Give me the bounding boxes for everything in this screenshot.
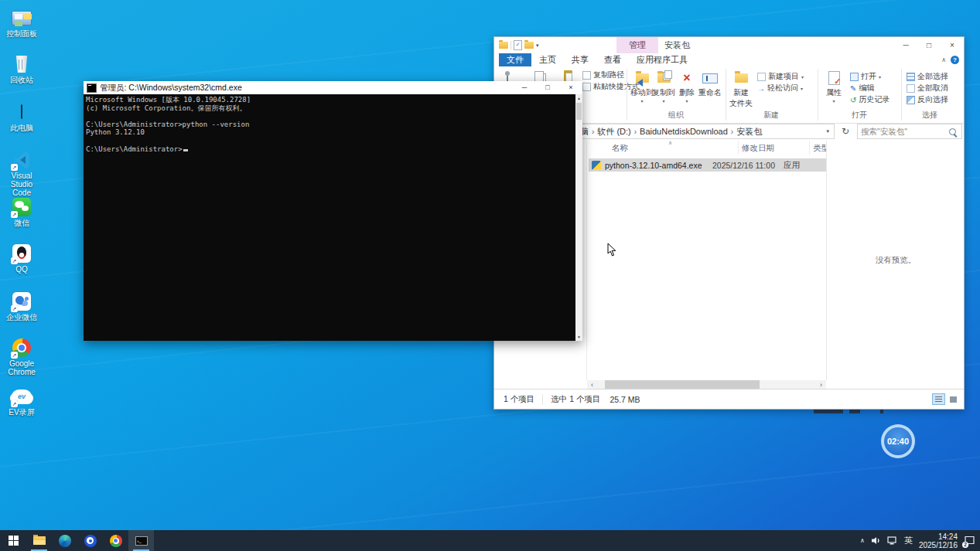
desktop-icon-chrome[interactable]: ↗ Google Chrome <box>1 338 43 376</box>
new-item-button[interactable]: 新建项目 ▾ <box>757 71 804 82</box>
tab-app-tools[interactable]: 应用程序工具 <box>629 53 695 66</box>
hidden-icons-chevron-icon[interactable]: ∧ <box>860 537 865 544</box>
copy-path-button[interactable]: 复制路径 <box>582 70 624 80</box>
recording-timer-widget[interactable]: 02:40 <box>881 424 915 458</box>
select-none-icon <box>907 84 915 93</box>
easy-access-button[interactable]: → 轻松访问 ▾ <box>757 83 803 94</box>
preview-divider[interactable] <box>826 141 827 380</box>
new-folder-icon[interactable] <box>524 42 534 49</box>
scroll-down-icon[interactable]: ▼ <box>575 333 582 341</box>
refresh-button[interactable]: ↻ <box>838 124 853 139</box>
taskbar-clock[interactable]: 14:24 2025/12/16 <box>919 532 958 549</box>
copy-icon[interactable] <box>534 71 544 82</box>
paste-icon[interactable] <box>564 70 572 81</box>
desktop-icon-label: Google Chrome <box>1 359 43 376</box>
edit-icon: ✎ <box>850 84 856 93</box>
desktop-icon-label: EV录屏 <box>1 408 43 417</box>
contextual-tab-group-label: 管理 <box>616 37 658 53</box>
cmd-titlebar[interactable]: 管理员: C:\Windows\system32\cmd.exe ─ □ × <box>84 81 582 94</box>
desktop-icon-wecom[interactable]: ↗ 企业微信 <box>1 291 43 321</box>
breadcrumb[interactable]: 脑 › 软件 (D:) › BaiduNetdiskDownload › 安装包… <box>577 124 835 139</box>
copy-to-button[interactable]: 复制到 ▾ <box>650 69 677 104</box>
file-row-selected[interactable]: python-3.12.10-amd64.exe 2025/12/16 11:0… <box>589 158 826 172</box>
tab-view[interactable]: 查看 <box>596 53 629 66</box>
properties-button[interactable]: 属性 ▾ <box>821 69 847 104</box>
maximize-button[interactable]: □ <box>917 37 941 53</box>
vertical-scrollbar[interactable]: ▲ ▼ <box>575 94 582 341</box>
column-header-type[interactable]: 类型 <box>810 141 826 155</box>
desktop-icon-label: 微信 <box>1 219 43 227</box>
scroll-up-icon[interactable]: ▲ <box>575 94 582 102</box>
tab-home[interactable]: 主页 <box>531 53 564 66</box>
speaker-icon[interactable] <box>871 536 881 545</box>
large-icons-view-button[interactable] <box>947 393 960 405</box>
invert-selection-button[interactable]: 反向选择 <box>907 94 948 105</box>
maximize-button[interactable]: □ <box>536 81 559 94</box>
breadcrumb-current[interactable]: 安装包 <box>734 126 764 138</box>
tab-share[interactable]: 共享 <box>564 53 596 66</box>
tab-file[interactable]: 文件 <box>499 53 531 66</box>
scroll-right-icon[interactable]: › <box>816 381 826 389</box>
desktop-icon-ev-capture[interactable]: ev ↗ EV录屏 <box>1 386 43 417</box>
search-box[interactable] <box>857 124 962 139</box>
edit-button[interactable]: ✎ 编辑 <box>850 83 874 94</box>
collapse-ribbon-icon[interactable]: ∧ <box>941 56 946 63</box>
open-icon <box>850 73 859 81</box>
shortcut-arrow-icon: ↗ <box>11 352 18 359</box>
action-center-button[interactable]: 2 <box>964 536 975 546</box>
address-dropdown-icon[interactable]: ▾ <box>821 128 834 134</box>
desktop-icon-control-panel[interactable]: 控制面板 <box>1 8 43 38</box>
taskbar-chrome-button[interactable] <box>103 530 128 551</box>
column-header-date[interactable]: 修改日期 <box>739 141 810 155</box>
console-line: Microsoft Windows [版本 10.0.19045.2728] <box>86 96 573 104</box>
properties-icon[interactable]: ✓ <box>514 40 522 50</box>
customize-toolbar-arrow-icon[interactable]: ▾ <box>536 43 539 49</box>
delete-button[interactable]: × 删除 ▾ <box>674 69 700 104</box>
desktop-icon-this-pc[interactable]: 此电脑 <box>1 102 43 132</box>
delete-icon: × <box>683 71 690 85</box>
minimize-button[interactable]: ─ <box>513 81 536 94</box>
network-icon[interactable] <box>887 536 898 545</box>
desktop-icon-recycle-bin[interactable]: 回收站 <box>1 54 43 84</box>
taskbar-explorer-button[interactable] <box>26 530 52 551</box>
breadcrumb-drive[interactable]: 软件 (D:) <box>595 126 633 138</box>
text-cursor <box>183 149 188 151</box>
close-button[interactable]: × <box>941 37 964 53</box>
open-button[interactable]: 打开 ▾ <box>850 71 881 82</box>
new-folder-button[interactable]: 新建 文件夹 <box>728 69 754 109</box>
breadcrumb-folder[interactable]: BaiduNetdiskDownload <box>637 127 730 136</box>
taskbar-edge-button[interactable] <box>52 530 77 551</box>
desktop-icon-qq[interactable]: ↗ QQ <box>1 243 43 274</box>
search-icon[interactable] <box>949 128 956 135</box>
search-input[interactable] <box>858 127 949 136</box>
rename-button[interactable]: 重命名 <box>697 69 723 98</box>
explorer-titlebar[interactable]: ✓ ▾ 管理 安装包 ─ □ × <box>494 37 964 53</box>
taskbar-cmd-button[interactable]: ›_ <box>128 530 154 551</box>
console-area[interactable]: Microsoft Windows [版本 10.0.19045.2728] (… <box>84 94 582 341</box>
group-label-open: 打开 <box>821 110 898 121</box>
pin-icon[interactable] <box>505 71 510 76</box>
no-preview-text: 没有预览。 <box>876 255 917 266</box>
history-button[interactable]: ↺ 历史记录 <box>850 94 890 105</box>
file-type: 应用 <box>784 160 800 171</box>
item-count: 1 个项目 <box>494 394 543 405</box>
taskbar-netdisk-button[interactable] <box>77 530 103 551</box>
select-none-button[interactable]: 全部取消 <box>907 83 948 94</box>
minimize-button[interactable]: ─ <box>894 37 917 53</box>
desktop-icon-vscode[interactable]: ↗ Visual Studio Code <box>1 150 43 197</box>
console-line <box>86 112 573 121</box>
column-header-name[interactable]: 名称 <box>609 141 739 155</box>
history-icon: ↺ <box>850 96 856 104</box>
scroll-left-icon[interactable]: ‹ <box>587 381 597 389</box>
select-all-button[interactable]: 全部选择 <box>907 71 948 82</box>
folder-icon[interactable] <box>499 42 508 49</box>
scrollbar-thumb[interactable] <box>576 103 582 120</box>
group-divider <box>901 69 902 121</box>
help-icon[interactable]: ? <box>951 56 959 64</box>
close-button[interactable]: × <box>559 81 582 94</box>
start-button[interactable] <box>0 530 26 551</box>
ime-indicator[interactable]: 英 <box>904 535 913 546</box>
details-view-button[interactable] <box>932 393 945 405</box>
desktop-icon-label: 此电脑 <box>1 124 43 132</box>
desktop-icon-wechat[interactable]: ↗ 微信 <box>1 197 43 227</box>
